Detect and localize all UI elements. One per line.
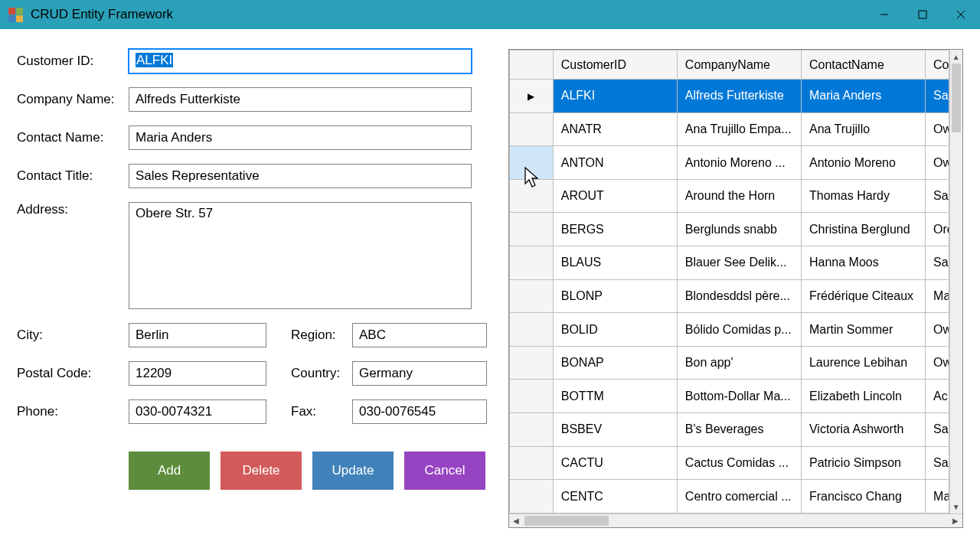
horizontal-scroll-thumb[interactable] — [524, 516, 609, 526]
address-input[interactable]: Obere Str. 57 — [129, 202, 472, 309]
cell-company[interactable]: Centro comercial ... — [677, 480, 801, 514]
cell-id[interactable]: BOLID — [553, 313, 677, 347]
scroll-right-icon[interactable]: ▶ — [949, 517, 962, 525]
column-header-companyname[interactable]: CompanyName — [677, 51, 801, 80]
table-row[interactable]: BSBEVB's BeveragesVictoria AshworthSa — [510, 413, 949, 447]
cell-company[interactable]: Alfreds Futterkiste — [677, 80, 801, 113]
table-row[interactable]: BOLIDBólido Comidas p...Martin SommerOw — [510, 313, 949, 347]
update-button[interactable]: Update — [312, 452, 394, 490]
postal-code-input[interactable] — [129, 361, 266, 386]
cell-contact[interactable]: Martin Sommer — [801, 313, 925, 347]
customer-id-input[interactable]: ALFKI — [129, 49, 472, 73]
cell-contact[interactable]: Patricio Simpson — [801, 446, 925, 480]
cell-contact[interactable]: Maria Anders — [801, 80, 925, 113]
cell-ct[interactable]: Ma — [926, 480, 949, 514]
column-header-contactname[interactable]: ContactName — [801, 51, 925, 80]
cell-ct[interactable]: Sa — [926, 413, 949, 447]
horizontal-scrollbar[interactable]: ◀ ▶ — [509, 514, 962, 527]
grid-corner-cell[interactable] — [510, 51, 554, 80]
cell-ct[interactable]: Sa — [926, 246, 949, 280]
delete-button[interactable]: Delete — [220, 452, 302, 490]
row-header[interactable] — [510, 112, 554, 146]
cell-id[interactable]: ALFKI — [553, 80, 677, 113]
cell-company[interactable]: B's Beverages — [677, 413, 801, 447]
cell-ct[interactable]: Ma — [926, 279, 949, 313]
cell-company[interactable]: Blauer See Delik... — [677, 246, 801, 280]
cell-company[interactable]: Antonio Moreno ... — [677, 146, 801, 180]
contact-name-input[interactable] — [129, 126, 472, 150]
add-button[interactable]: Add — [129, 452, 210, 490]
cell-company[interactable]: Bottom-Dollar Ma... — [677, 380, 801, 413]
row-header[interactable] — [510, 313, 554, 347]
row-header[interactable] — [510, 446, 554, 480]
cell-company[interactable]: Bólido Comidas p... — [677, 313, 801, 347]
vertical-scrollbar[interactable]: ▲ ▼ — [949, 50, 963, 514]
row-header[interactable] — [510, 179, 554, 213]
cell-ct[interactable]: Sa — [926, 80, 949, 113]
cell-ct[interactable]: Ac — [926, 380, 949, 413]
cell-id[interactable]: BLONP — [553, 279, 677, 313]
table-row[interactable]: CENTCCentro comercial ...Francisco Chang… — [510, 480, 949, 514]
row-header[interactable] — [510, 213, 554, 246]
company-name-input[interactable] — [129, 87, 472, 112]
table-row[interactable]: AROUTAround the HornThomas HardySa — [510, 179, 949, 213]
cell-ct[interactable]: Sa — [926, 446, 949, 480]
cell-contact[interactable]: Laurence Lebihan — [801, 346, 925, 380]
row-header[interactable] — [510, 346, 554, 380]
cell-ct[interactable]: Ow — [926, 112, 949, 146]
row-header[interactable] — [510, 246, 554, 280]
row-header[interactable]: ▶ — [510, 80, 554, 113]
minimize-button[interactable] — [865, 0, 903, 29]
cell-ct[interactable]: Ow — [926, 346, 949, 380]
cell-company[interactable]: Berglunds snabb — [677, 213, 801, 246]
cell-ct[interactable]: Ow — [926, 146, 949, 180]
cell-ct[interactable]: Ow — [926, 313, 949, 347]
cell-id[interactable]: BONAP — [553, 346, 677, 380]
cell-id[interactable]: BOTTM — [553, 380, 677, 413]
table-row[interactable]: ▶ALFKIAlfreds FutterkisteMaria AndersSa — [510, 80, 949, 113]
table-row[interactable]: ANTONAntonio Moreno ...Antonio MorenoOw — [510, 146, 949, 180]
cell-company[interactable]: Around the Horn — [677, 179, 801, 213]
maximize-button[interactable] — [903, 0, 942, 29]
row-header[interactable] — [510, 480, 554, 514]
table-row[interactable]: BLONPBlondesddsl père...Frédérique Citea… — [510, 279, 949, 313]
table-row[interactable]: CACTUCactus Comidas ...Patricio SimpsonS… — [510, 446, 949, 480]
scroll-left-icon[interactable]: ◀ — [509, 517, 523, 525]
cell-id[interactable]: ANTON — [553, 146, 677, 180]
cell-contact[interactable]: Francisco Chang — [801, 480, 925, 514]
column-header-customerid[interactable]: CustomerID — [553, 51, 677, 80]
fax-input[interactable] — [352, 399, 487, 424]
cell-company[interactable]: Bon app' — [677, 346, 801, 380]
country-input[interactable] — [352, 361, 487, 386]
title-bar[interactable]: CRUD Entity Framework — [0, 0, 980, 29]
cell-company[interactable]: Blondesddsl père... — [677, 279, 801, 313]
cell-contact[interactable]: Thomas Hardy — [801, 179, 925, 213]
table-row[interactable]: BERGSBerglunds snabbChristina BerglundOr… — [510, 213, 949, 246]
cell-id[interactable]: CENTC — [553, 480, 677, 514]
cell-ct[interactable]: Sa — [926, 179, 949, 213]
row-header[interactable] — [510, 146, 554, 180]
column-header-contacttitle[interactable]: Co — [926, 51, 949, 80]
phone-input[interactable] — [129, 399, 266, 424]
cell-company[interactable]: Cactus Comidas ... — [677, 446, 801, 480]
scroll-down-icon[interactable]: ▼ — [950, 500, 963, 514]
cell-id[interactable]: CACTU — [553, 446, 677, 480]
cell-contact[interactable]: Christina Berglund — [801, 213, 925, 246]
cancel-button[interactable]: Cancel — [404, 452, 485, 490]
table-row[interactable]: BOTTMBottom-Dollar Ma...Elizabeth Lincol… — [510, 380, 949, 413]
row-header[interactable] — [510, 413, 554, 447]
cell-contact[interactable]: Elizabeth Lincoln — [801, 380, 925, 413]
contact-title-input[interactable] — [129, 164, 472, 188]
cell-id[interactable]: AROUT — [553, 179, 677, 213]
cell-id[interactable]: BERGS — [553, 213, 677, 246]
close-button[interactable] — [942, 0, 980, 29]
cell-contact[interactable]: Hanna Moos — [801, 246, 925, 280]
city-input[interactable] — [129, 323, 266, 347]
cell-ct[interactable]: Orc — [926, 213, 949, 246]
cell-id[interactable]: ANATR — [553, 112, 677, 146]
cell-contact[interactable]: Ana Trujillo — [801, 112, 925, 146]
cell-id[interactable]: BLAUS — [553, 246, 677, 280]
vertical-scroll-thumb[interactable] — [952, 64, 962, 132]
table-row[interactable]: BONAPBon app'Laurence LebihanOw — [510, 346, 949, 380]
row-header[interactable] — [510, 279, 554, 313]
